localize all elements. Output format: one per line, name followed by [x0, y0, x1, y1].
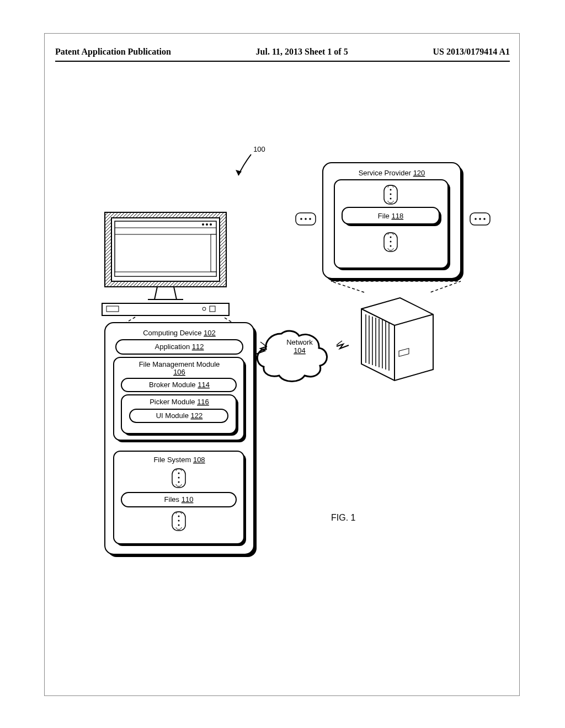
ellipsis-left-icon [296, 213, 316, 225]
svg-point-81 [483, 218, 486, 220]
svg-point-45 [178, 520, 180, 522]
svg-rect-11 [211, 234, 216, 272]
desktop-icon [102, 212, 229, 315]
svg-point-80 [479, 218, 481, 220]
header-right: US 2013/0179414 A1 [433, 47, 510, 57]
svg-point-46 [178, 524, 180, 526]
svg-point-40 [178, 473, 180, 474]
lightning-right-icon [337, 341, 349, 349]
svg-text:Broker Module 114: Broker Module 114 [149, 381, 210, 389]
svg-point-10 [210, 223, 212, 226]
svg-text:File 118: File 118 [378, 212, 403, 220]
svg-text:Picker Module 116: Picker Module 116 [150, 398, 209, 406]
svg-text:Application 112: Application 112 [155, 342, 204, 351]
svg-text:Service Provider 120: Service Provider 120 [359, 169, 425, 177]
svg-rect-5 [115, 221, 216, 276]
diagram-canvas: 100 Computing Device 102 Application 112… [44, 72, 519, 678]
svg-point-72 [390, 241, 392, 243]
svg-point-65 [390, 194, 392, 195]
header-bar: Patent Application Publication Jul. 11, … [55, 47, 510, 57]
svg-point-17 [202, 307, 206, 311]
svg-rect-12 [115, 272, 216, 276]
header-center: Jul. 11, 2013 Sheet 1 of 5 [256, 47, 348, 57]
svg-point-71 [390, 237, 392, 238]
svg-point-79 [475, 218, 477, 220]
svg-rect-16 [210, 306, 215, 312]
svg-text:File System 108: File System 108 [153, 456, 205, 464]
svg-point-66 [390, 198, 392, 200]
svg-text:100: 100 [253, 145, 265, 153]
header-rule [55, 61, 510, 62]
figure-ref: 100 [236, 145, 265, 175]
svg-rect-15 [106, 306, 119, 312]
figure-caption: FIG. 1 [331, 513, 355, 523]
svg-point-9 [206, 223, 208, 226]
server-icon [361, 298, 433, 381]
svg-point-41 [178, 477, 180, 479]
svg-point-75 [300, 218, 302, 220]
computing-device-box: Computing Device 102 Application 112 Fil… [105, 323, 257, 557]
header-left: Patent Application Publication [55, 47, 171, 57]
svg-text:File Management Module: File Management Module [139, 360, 220, 368]
svg-point-42 [178, 481, 180, 483]
svg-point-44 [178, 516, 180, 517]
svg-text:UI Module 122: UI Module 122 [156, 411, 203, 420]
network-cloud: Network 104 [257, 331, 327, 381]
svg-text:Files 110: Files 110 [164, 495, 194, 504]
ellipsis-right-icon [470, 213, 490, 225]
svg-text:Network: Network [286, 338, 313, 346]
svg-point-64 [390, 189, 392, 191]
svg-text:104: 104 [294, 346, 306, 355]
svg-text:106: 106 [173, 368, 185, 376]
svg-text:Computing Device 102: Computing Device 102 [143, 329, 216, 337]
service-provider-box: Service Provider 120 File 118 [323, 163, 463, 281]
svg-point-76 [305, 218, 307, 220]
svg-point-8 [202, 223, 204, 226]
svg-point-77 [309, 218, 311, 220]
svg-point-73 [390, 245, 392, 247]
